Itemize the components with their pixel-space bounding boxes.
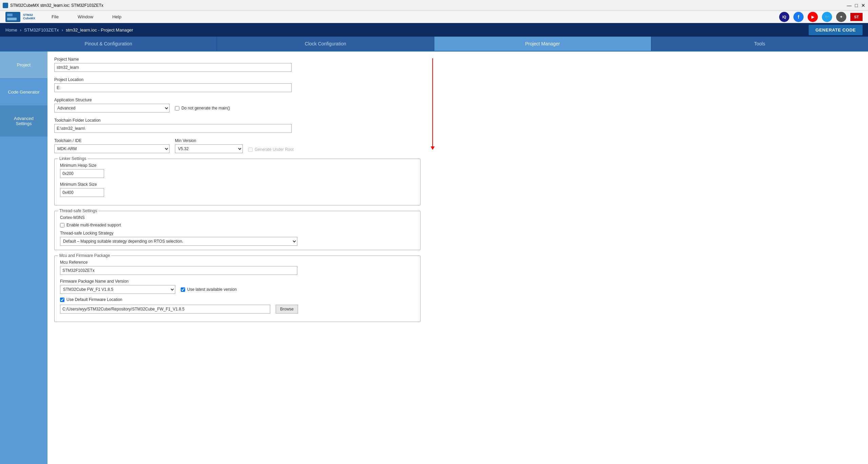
enable-multi-threaded-label: Enable multi-threaded support (66, 223, 121, 227)
use-default-firmware-location-row: Use Default Firmware Location (60, 297, 415, 302)
firmware-package-label: Firmware Package Name and Version (60, 279, 415, 284)
firmware-location-path-input[interactable] (60, 305, 270, 314)
menu-window[interactable]: Window (75, 13, 96, 21)
menu-help[interactable]: Help (110, 13, 124, 21)
project-name-group: Project Name (54, 57, 420, 72)
community-icon[interactable]: IQ (779, 12, 789, 22)
tab-pinout-configuration[interactable]: Pinout & Configuration (0, 37, 217, 51)
firmware-package-group: Firmware Package Name and Version STM32C… (60, 279, 415, 294)
min-version-label: Min Version (175, 138, 243, 143)
mcu-reference-label: Mcu Reference (60, 260, 415, 265)
locking-strategy-label: Thread-safe Locking Strategy (60, 231, 415, 236)
sidebar-item-code-generator[interactable]: Code Generator (0, 79, 47, 106)
use-latest-version-checkbox[interactable] (181, 287, 185, 292)
maximize-button[interactable]: □ (855, 3, 858, 8)
window-controls[interactable]: — □ ✕ (847, 3, 865, 8)
breadcrumb-mcu[interactable]: STM32F103ZETx (24, 27, 59, 33)
stack-size-label: Minimum Stack Size (60, 182, 104, 187)
generate-under-root-group: Generate Under Root (248, 147, 294, 153)
toolchain-ide-group: Toolchain / IDE MDK-ARM STM32CubeIDE Mak… (54, 138, 170, 153)
facebook-icon[interactable]: f (793, 12, 804, 22)
linker-settings-legend: Linker Settings (58, 156, 87, 161)
mcu-reference-group: Mcu Reference (60, 260, 415, 275)
do-not-generate-main-label: Do not generate the main() (181, 106, 230, 110)
mcu-reference-input[interactable] (60, 266, 297, 275)
title-bar-text: STM32CubeMX stm32_learn.ioc: STM32F103ZE… (10, 3, 103, 8)
tab-bar: Pinout & Configuration Clock Configurati… (0, 37, 868, 52)
stack-size-row: Minimum Stack Size (60, 182, 415, 197)
mcu-firmware-package-box: Mcu and Firmware Package Mcu Reference F… (54, 256, 420, 322)
cubemx-label: STM32CubeMX (23, 14, 35, 20)
sidebar-item-advanced-settings[interactable]: Advanced Settings (0, 106, 47, 137)
menu-items: File Window Help (49, 13, 124, 21)
title-bar-left: STM32CubeMX stm32_learn.ioc: STM32F103ZE… (3, 3, 103, 8)
generate-under-root-checkbox[interactable] (248, 147, 253, 152)
generate-under-root-label: Generate Under Root (255, 147, 294, 152)
locking-strategy-select[interactable]: Default – Mapping suitable strategy depe… (60, 237, 297, 246)
content-area: Project Name Project Location Applicatio… (47, 52, 427, 464)
cortex-label: Cortex-M3NS (60, 215, 415, 220)
project-location-input[interactable] (54, 83, 292, 92)
locking-strategy-group: Thread-safe Locking Strategy Default – M… (60, 231, 415, 246)
use-latest-version-label: Use latest available version (187, 287, 237, 292)
firmware-package-select[interactable]: STM32Cube FW_F1 V1.8.5 (60, 285, 175, 294)
red-arrow-indicator (431, 58, 435, 150)
min-version-select[interactable]: V5.32 V5.31 V5.30 (175, 144, 243, 153)
minimize-button[interactable]: — (847, 3, 852, 8)
toolchain-ide-select[interactable]: MDK-ARM STM32CubeIDE Makefile (54, 144, 170, 153)
browse-button[interactable]: Browse (276, 305, 298, 314)
heap-size-input[interactable] (60, 169, 104, 178)
twitter-icon[interactable]: 🐦 (822, 12, 832, 22)
toolchain-folder-location-group: Toolchain Folder Location (54, 118, 420, 133)
right-panel (427, 52, 868, 464)
min-version-group: Min Version V5.32 V5.31 V5.30 (175, 138, 243, 153)
stack-size-input[interactable] (60, 188, 104, 197)
breadcrumb-project-manager[interactable]: stm32_learn.ioc - Project Manager (66, 27, 133, 33)
thread-safe-settings-box: Thread-safe Settings Cortex-M3NS Enable … (54, 211, 420, 250)
thread-safe-settings-legend: Thread-safe Settings (58, 208, 98, 213)
heap-size-row: Minimum Heap Size (60, 163, 415, 178)
tab-clock-configuration[interactable]: Clock Configuration (217, 37, 434, 51)
do-not-generate-main-row: Do not generate the main() (175, 106, 230, 110)
heap-size-group: Minimum Heap Size (60, 163, 104, 178)
use-default-firmware-location-checkbox[interactable] (60, 298, 64, 302)
use-default-firmware-location-label: Use Default Firmware Location (66, 297, 122, 302)
toolchain-row: Toolchain / IDE MDK-ARM STM32CubeIDE Mak… (54, 138, 420, 153)
breadcrumb-nav: Home › STM32F103ZETx › stm32_learn.ioc -… (5, 27, 133, 33)
toolchain-folder-location-label: Toolchain Folder Location (54, 118, 420, 123)
heap-size-label: Minimum Heap Size (60, 163, 104, 168)
stack-size-group: Minimum Stack Size (60, 182, 104, 197)
generate-code-button[interactable]: GENERATE CODE (809, 25, 863, 35)
st-logo[interactable]: ST (850, 13, 863, 21)
menu-file[interactable]: File (49, 13, 61, 21)
breadcrumb-home[interactable]: Home (5, 27, 17, 33)
main-layout: Project Code Generator Advanced Settings… (0, 52, 868, 464)
sidebar: Project Code Generator Advanced Settings (0, 52, 47, 464)
network-icon[interactable]: ✦ (836, 12, 846, 22)
breadcrumb-sep-1: › (20, 27, 21, 33)
application-structure-label: Application Structure (54, 98, 420, 102)
enable-multi-threaded-row: Enable multi-threaded support (60, 223, 415, 227)
application-structure-select[interactable]: Advanced Basic (54, 104, 170, 113)
close-button[interactable]: ✕ (861, 3, 865, 8)
stm32-logo (5, 12, 20, 22)
menu-bar: STM32CubeMX File Window Help IQ f ▶ 🐦 ✦ … (0, 11, 868, 23)
youtube-icon[interactable]: ▶ (808, 12, 818, 22)
breadcrumb-sep-2: › (62, 27, 63, 33)
tab-project-manager[interactable]: Project Manager (434, 37, 651, 51)
do-not-generate-main-checkbox[interactable] (175, 106, 179, 110)
app-icon (3, 3, 8, 8)
use-latest-version-row: Use latest available version (181, 287, 237, 292)
toolchain-ide-label: Toolchain / IDE (54, 138, 170, 143)
breadcrumb-bar: Home › STM32F103ZETx › stm32_learn.ioc -… (0, 23, 868, 37)
project-location-group: Project Location (54, 77, 420, 92)
project-name-input[interactable] (54, 63, 292, 72)
tab-tools[interactable]: Tools (651, 37, 868, 51)
project-location-label: Project Location (54, 77, 420, 82)
toolchain-folder-location-input[interactable] (54, 124, 292, 133)
title-bar: STM32CubeMX stm32_learn.ioc: STM32F103ZE… (0, 0, 868, 11)
generate-under-root-row: Generate Under Root (248, 147, 294, 152)
sidebar-item-project[interactable]: Project (0, 52, 47, 79)
enable-multi-threaded-checkbox[interactable] (60, 223, 64, 227)
project-name-label: Project Name (54, 57, 420, 62)
